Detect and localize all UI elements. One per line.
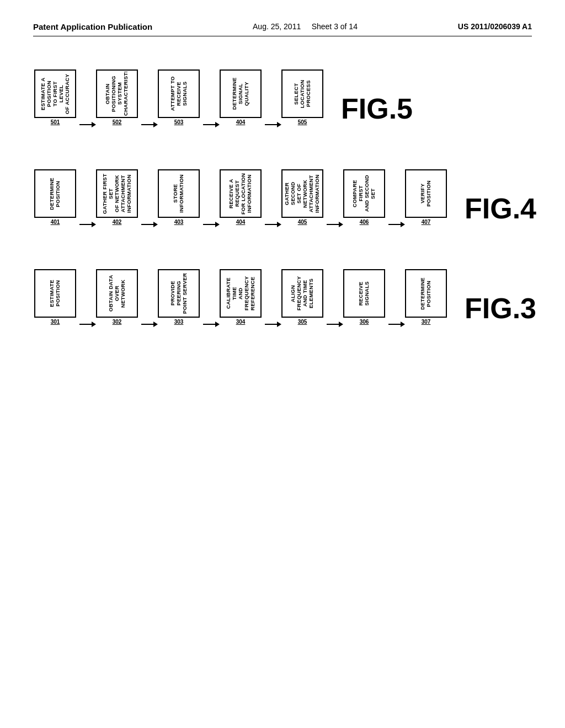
fig4-label: FIG.4 (465, 192, 536, 225)
arrow-f4-2 (141, 224, 154, 225)
arrow-f3-1 (79, 324, 93, 325)
box-503: ATTEMPT TORECEIVE SIGNALS 503 (158, 69, 200, 125)
box-405: GATHER SECONDSET OF NETWORKATTACHMENTINF… (281, 169, 323, 225)
box-307: DETERMINEPOSITION 307 (405, 269, 447, 325)
box-301: ESTIMATEPOSITION 301 (34, 269, 76, 325)
box-306: RECEIVESIGNALS 306 (343, 269, 385, 325)
arrow-f4-4 (265, 224, 278, 225)
fig3-section: ESTIMATEPOSITION 301 OBTAIN DATAOVER NET… (33, 269, 532, 325)
box-303: PROVIDE PEERINGPOINT SERVER 303 (158, 269, 200, 325)
box-505: SELECTLOCATION PROCESS 505 (281, 69, 323, 125)
box-501: ESTIMATE A POSITIONTO FIRST LEVELOF ACCU… (34, 69, 76, 125)
arrow-f4-5 (327, 224, 340, 225)
fig5-flow: ESTIMATE A POSITIONTO FIRST LEVELOF ACCU… (33, 69, 532, 125)
fig5-label: FIG.5 (341, 92, 413, 125)
arrow-f3-2 (141, 324, 154, 325)
arrow-f4-1 (79, 224, 93, 225)
arrow-f3-6 (388, 324, 402, 325)
arrow-f4-6 (388, 224, 402, 225)
box-406: COMPARE FIRSTAND SECOND SET 406 (343, 169, 385, 225)
arrow-f4-3 (203, 224, 216, 225)
box-305: ALIGN FREQUENCYAND TIME ELEMENTS 305 (281, 269, 323, 325)
box-403: STOREINFORMATION 403 (158, 169, 200, 225)
page-header: Patent Application Publication Aug. 25, … (33, 22, 532, 36)
box-401: DETERMINEPOSITION 401 (34, 169, 76, 225)
fig5-section: ESTIMATE A POSITIONTO FIRST LEVELOF ACCU… (33, 69, 532, 125)
arrow-f3-4 (265, 324, 278, 325)
arrow-3 (203, 124, 216, 125)
patent-number: US 2011/0206039 A1 (458, 22, 532, 31)
fig4-flow: DETERMINEPOSITION 401 GATHER FIRST SETOF… (33, 169, 532, 225)
arrow-4 (265, 124, 278, 125)
header-date-sheet: Aug. 25, 2011 Sheet 3 of 14 (253, 22, 358, 31)
publication-date: Aug. 25, 2011 (253, 22, 301, 31)
arrow-f3-5 (327, 324, 340, 325)
sheet-info: Sheet 3 of 14 (312, 22, 358, 31)
box-302: OBTAIN DATAOVER NETWORK 302 (96, 269, 138, 325)
arrow-1 (79, 124, 93, 125)
publication-title: Patent Application Publication (33, 22, 152, 31)
fig4-section: DETERMINEPOSITION 401 GATHER FIRST SETOF… (33, 169, 532, 225)
page: Patent Application Publication Aug. 25, … (0, 0, 565, 728)
box-402: GATHER FIRST SETOF NETWORKATTACHMENTINFO… (96, 169, 138, 225)
fig3-label: FIG.3 (465, 292, 536, 325)
box-502: OBTAIN POSITIONINGSYSTEMCHARACTERISTICS … (96, 69, 138, 125)
box-407: VERIFYPOSITION 407 (405, 169, 447, 225)
box-404: RECEIVE A REQUESTFOR LOCATIONINFORMATION… (220, 169, 262, 225)
arrow-f3-3 (203, 324, 216, 325)
box-504: DETERMINESIGNAL QUALITY 404 (220, 69, 262, 125)
fig3-flow: ESTIMATEPOSITION 301 OBTAIN DATAOVER NET… (33, 269, 532, 325)
arrow-2 (141, 124, 154, 125)
box-304: CALIBRATE TIMEAND FREQUENCYREFERENCE 304 (220, 269, 262, 325)
